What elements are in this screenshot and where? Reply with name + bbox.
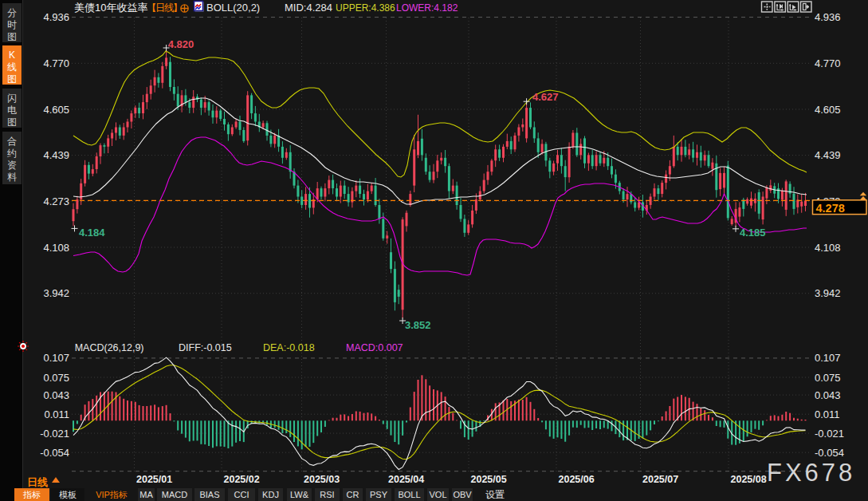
svg-text:4.770: 4.770 <box>43 57 69 69</box>
svg-text:UPPER:4.386: UPPER:4.386 <box>336 2 395 14</box>
svg-text:FX678: FX678 <box>767 459 855 487</box>
svg-text:美债10年收益率: 美债10年收益率 <box>74 2 147 14</box>
svg-text:2025/06: 2025/06 <box>559 474 595 485</box>
svg-text:MACD(26,12,9): MACD(26,12,9) <box>75 342 144 353</box>
svg-text:4.108: 4.108 <box>815 242 841 254</box>
svg-text:4.936: 4.936 <box>43 11 69 23</box>
svg-text:2025/04: 2025/04 <box>388 474 424 485</box>
svg-text:4.627: 4.627 <box>532 91 559 103</box>
svg-text:2025/07: 2025/07 <box>642 474 678 485</box>
svg-text:MID:4.284: MID:4.284 <box>285 2 332 14</box>
svg-text:4.439: 4.439 <box>815 149 841 161</box>
svg-text:4.273: 4.273 <box>43 195 69 207</box>
svg-text:3.852: 3.852 <box>405 319 431 331</box>
svg-text:-0.054: -0.054 <box>40 447 69 459</box>
svg-text:0.107: 0.107 <box>43 352 69 364</box>
svg-text:0.043: 0.043 <box>43 389 69 401</box>
svg-text:4.108: 4.108 <box>43 242 69 254</box>
svg-text:0.107: 0.107 <box>815 352 841 364</box>
svg-text:2025/08: 2025/08 <box>731 474 767 485</box>
svg-text:-0.054: -0.054 <box>815 447 844 459</box>
svg-text:0.043: 0.043 <box>815 389 841 401</box>
svg-text:3.942: 3.942 <box>43 287 69 299</box>
svg-text:DEA:-0.018: DEA:-0.018 <box>263 342 315 353</box>
svg-text:-0.021: -0.021 <box>40 428 69 440</box>
svg-text:4.605: 4.605 <box>43 104 69 116</box>
svg-text:LOWER:4.182: LOWER:4.182 <box>396 2 458 14</box>
svg-text:2025/01: 2025/01 <box>136 474 172 485</box>
svg-text:0.075: 0.075 <box>43 372 69 384</box>
svg-text:4.278: 4.278 <box>816 202 845 215</box>
svg-text:2025/05: 2025/05 <box>471 474 507 485</box>
svg-text:2025/02: 2025/02 <box>224 474 260 485</box>
svg-text:4.770: 4.770 <box>815 57 841 69</box>
svg-text:4.439: 4.439 <box>43 149 69 161</box>
svg-text:0.011: 0.011 <box>44 408 69 420</box>
svg-text:4.936: 4.936 <box>815 11 841 23</box>
svg-text:DIFF:-0.015: DIFF:-0.015 <box>179 342 232 353</box>
svg-text:0.011: 0.011 <box>815 408 840 420</box>
svg-text:-0.021: -0.021 <box>815 428 844 440</box>
svg-text:2025/03: 2025/03 <box>304 474 340 485</box>
svg-text:3.942: 3.942 <box>815 287 841 299</box>
svg-text:0.075: 0.075 <box>815 372 841 384</box>
svg-text:4.820: 4.820 <box>168 38 194 50</box>
svg-text:MACD:0.007: MACD:0.007 <box>346 342 403 353</box>
svg-text:4.185: 4.185 <box>740 227 766 239</box>
svg-text:BOLL(20,2): BOLL(20,2) <box>206 2 260 14</box>
svg-text:【日线】: 【日线】 <box>147 2 182 14</box>
svg-text:4.184: 4.184 <box>79 227 105 239</box>
svg-text:4.605: 4.605 <box>815 104 841 116</box>
